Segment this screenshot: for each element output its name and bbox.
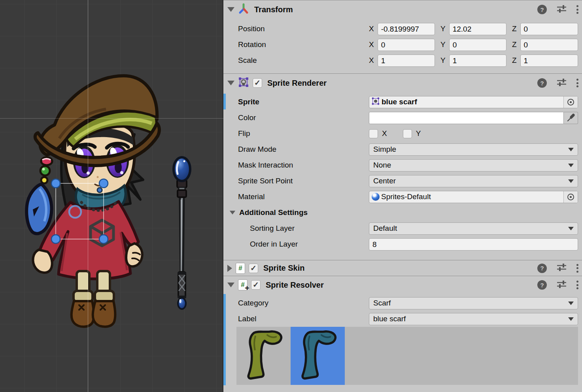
mask-interaction-row: Mask Interaction None [223,157,582,173]
sprite-object-field[interactable]: blue scarf [369,96,578,108]
flip-y-checkbox[interactable] [403,129,412,138]
sprite-skin-component: # Sprite Skin ? [223,260,582,276]
field-label: Scale [238,56,369,65]
sprite-resolver-component: #+ Sprite Resolver ? Category Scarf La [223,276,582,385]
help-glyph: ? [540,265,544,271]
scale-y-field[interactable]: 1 [449,55,506,67]
material-row: Material Sprites-Default [223,189,582,205]
position-y-field[interactable]: 12.02 [449,23,506,35]
label-row: Label blue scarf [223,311,582,327]
object-picker-icon[interactable] [563,96,578,108]
component-enabled-checkbox[interactable] [251,280,261,290]
prefab-override-bar [223,294,226,385]
sprite-renderer-icon [238,77,249,90]
foldout-open-icon[interactable] [230,211,235,215]
thumbnail-green-scarf[interactable] [236,327,291,385]
chevron-down-icon [568,179,574,183]
additional-settings-foldout[interactable]: Additional Settings [223,205,582,220]
foldout-closed-icon[interactable] [227,265,232,272]
presets-icon[interactable] [556,78,567,89]
rotation-y-field[interactable]: 0 [449,39,506,51]
sprite-skin-header[interactable]: # Sprite Skin ? [223,260,582,276]
scale-row: Scale X1 Y1 Z1 [223,53,582,68]
field-label: Sprite [238,98,369,106]
hash-glyph: # [241,281,244,289]
more-menu-icon[interactable] [576,4,578,15]
field-label: Material [238,192,369,201]
rotation-x-field[interactable]: 0 [378,39,435,51]
field-label: Mask Interaction [238,161,369,170]
more-menu-icon[interactable] [576,77,578,89]
mask-interaction-dropdown[interactable]: None [369,159,578,172]
field-label: Position [238,24,369,33]
dropdown-value: Default [373,224,397,233]
foldout-open-icon[interactable] [227,81,234,85]
component-title: Sprite Renderer [267,79,327,88]
order-in-layer-field[interactable]: 8 [369,238,578,251]
component-enabled-checkbox[interactable] [249,264,258,273]
sprite-sort-point-row: Sprite Sort Point Center [223,173,582,189]
inspector-panel: Transform ? Position X-0.8199997 Y12.02 … [223,0,582,392]
flip-row: Flip X Y [223,126,582,141]
section-label: Additional Settings [239,208,308,217]
character-sprite[interactable] [26,76,159,327]
help-icon[interactable]: ? [537,264,547,273]
thumbnail-blue-scarf[interactable] [291,327,345,385]
foldout-open-icon[interactable] [227,283,234,287]
draw-mode-row: Draw Mode Simple [223,141,582,157]
scale-x-field[interactable]: 1 [378,55,435,67]
label-dropdown[interactable]: blue scarf [369,313,578,325]
script-add-icon: #+ [238,279,248,290]
object-picker-icon[interactable] [563,191,578,203]
presets-icon[interactable] [556,4,567,15]
scene-view[interactable] [0,0,223,392]
foldout-open-icon[interactable] [227,7,234,12]
sprite-variant-thumbnails [236,327,578,385]
script-icon: # [236,263,245,274]
help-icon[interactable]: ? [537,78,547,88]
presets-icon[interactable] [556,263,567,273]
staff-sprite[interactable] [174,157,190,309]
axis-x-label: X [369,24,374,33]
field-label: Order in Layer [250,240,369,249]
draw-mode-dropdown[interactable]: Simple [369,143,578,156]
help-glyph: ? [540,282,544,288]
axis-z-label: Z [512,24,517,33]
transform-header[interactable]: Transform ? [223,0,582,19]
help-icon[interactable]: ? [537,5,547,14]
material-object-field[interactable]: Sprites-Default [369,191,578,203]
sprite-sort-point-dropdown[interactable]: Center [369,175,578,187]
help-glyph: ? [540,6,544,13]
component-enabled-checkbox[interactable] [253,78,262,88]
sprite-icon [371,97,380,107]
sorting-layer-dropdown[interactable]: Default [369,222,578,235]
scene-canvas [0,0,223,392]
more-menu-icon[interactable] [576,279,578,291]
rotation-z-field[interactable]: 0 [520,39,578,51]
category-dropdown[interactable]: Scarf [369,297,578,309]
scale-z-field[interactable]: 1 [520,55,578,67]
more-menu-icon[interactable] [576,262,578,274]
sprite-object-name: blue scarf [380,98,417,106]
hash-glyph: # [238,264,242,272]
prefab-override-bar [223,94,226,109]
eyedropper-icon[interactable] [564,112,578,124]
position-row: Position X-0.8199997 Y12.02 Z0 [223,21,582,37]
position-x-field[interactable]: -0.8199997 [378,23,435,35]
material-icon [372,193,380,201]
presets-icon[interactable] [556,280,567,290]
field-label: Draw Mode [238,145,369,154]
sprite-renderer-header[interactable]: Sprite Renderer ? [223,74,582,92]
dropdown-value: Simple [373,145,396,154]
color-row: Color [223,110,582,126]
help-icon[interactable]: ? [537,280,547,290]
color-swatch[interactable] [369,112,564,124]
position-z-field[interactable]: 0 [520,23,578,35]
chevron-down-icon [568,164,574,167]
flip-y-label: Y [416,129,421,138]
sprite-resolver-header[interactable]: #+ Sprite Resolver ? [223,276,582,294]
dropdown-value: Center [373,177,396,185]
flip-x-checkbox[interactable] [369,129,378,138]
field-label: Flip [238,129,369,138]
field-label: Category [238,299,369,307]
